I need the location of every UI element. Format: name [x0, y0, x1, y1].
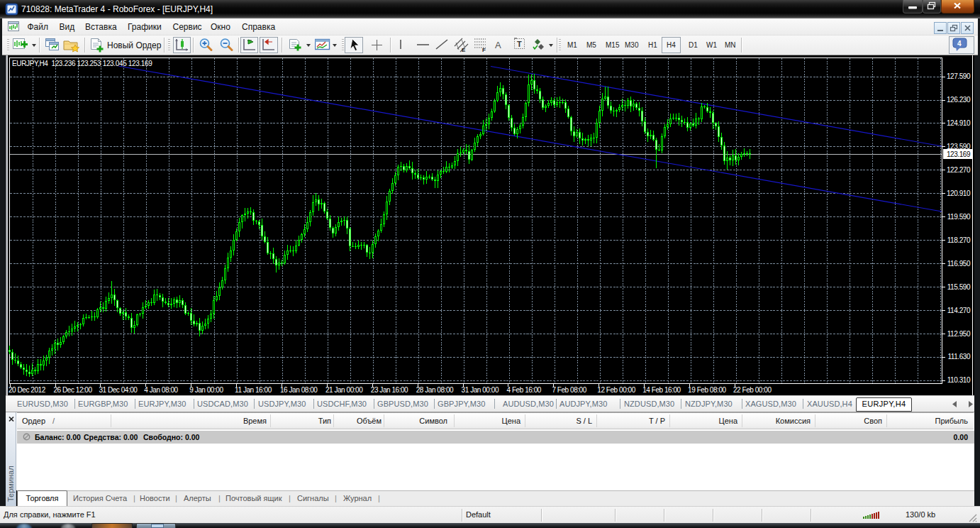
svg-text:EURJPY,H4 123.236 123.253 123: EURJPY,H4 123.236 123.253 123.045 123.16…: [12, 60, 152, 67]
svg-text:31 Jan 00:00: 31 Jan 00:00: [462, 386, 499, 394]
svg-text:E: E: [462, 47, 466, 53]
svg-text:28 Jan 08:00: 28 Jan 08:00: [416, 386, 454, 394]
svg-text:123.169: 123.169: [947, 150, 971, 158]
svg-text:126.230: 126.230: [947, 96, 971, 104]
svg-text:23 Jan 16:00: 23 Jan 16:00: [371, 386, 408, 394]
svg-text:26 Dec 12:00: 26 Dec 12:00: [54, 386, 93, 394]
svg-text:F: F: [482, 47, 486, 53]
svg-text:124.910: 124.910: [947, 119, 971, 127]
svg-text:20 Dec 2012: 20 Dec 2012: [9, 386, 46, 394]
svg-text:114.270: 114.270: [947, 307, 971, 314]
svg-text:4 Feb 16:00: 4 Feb 16:00: [507, 386, 542, 394]
svg-text:19 Feb 08:00: 19 Feb 08:00: [688, 386, 726, 394]
svg-text:22 Feb 00:00: 22 Feb 00:00: [733, 386, 772, 394]
svg-text:9 Jan 00:00: 9 Jan 00:00: [189, 386, 223, 394]
svg-text:127.590: 127.590: [947, 72, 971, 80]
svg-text:16 Jan 08:00: 16 Jan 08:00: [280, 386, 318, 394]
svg-text:110.310: 110.310: [947, 376, 971, 384]
svg-text:115.590: 115.590: [947, 283, 971, 291]
svg-text:111.630: 111.630: [947, 353, 970, 361]
svg-text:31 Dec 04:00: 31 Dec 04:00: [99, 386, 138, 394]
svg-text:12 Feb 00:00: 12 Feb 00:00: [597, 386, 635, 394]
svg-text:112.950: 112.950: [947, 330, 971, 338]
svg-text:11 Jan 16:00: 11 Jan 16:00: [235, 386, 272, 394]
svg-text:4 Jan 08:00: 4 Jan 08:00: [144, 386, 178, 394]
svg-text:4: 4: [957, 40, 962, 48]
svg-text:T: T: [517, 40, 522, 48]
svg-text:119.590: 119.590: [947, 213, 971, 221]
svg-text:116.950: 116.950: [947, 260, 971, 268]
svg-text:118.270: 118.270: [947, 236, 971, 244]
svg-text:21 Jan 00:00: 21 Jan 00:00: [325, 386, 363, 394]
svg-text:122.270: 122.270: [947, 166, 971, 174]
svg-text:7 Feb 08:00: 7 Feb 08:00: [552, 386, 586, 394]
svg-text:120.910: 120.910: [947, 189, 971, 197]
svg-text:14 Feb 16:00: 14 Feb 16:00: [642, 386, 681, 394]
